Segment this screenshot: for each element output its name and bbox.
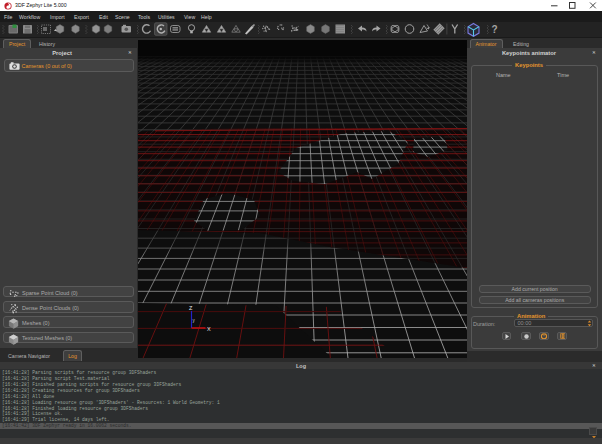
svg-text:?: ? xyxy=(492,24,498,35)
svg-text:X: X xyxy=(207,326,211,332)
